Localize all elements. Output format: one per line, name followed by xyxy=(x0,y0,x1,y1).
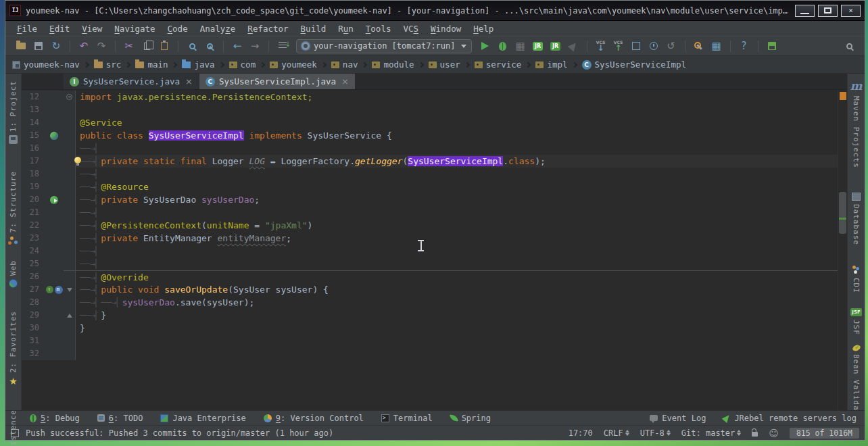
code-line[interactable]: 26──→▏@Override xyxy=(22,270,838,283)
menu-tools[interactable]: Tools xyxy=(360,22,397,35)
code-token[interactable]: private static final xyxy=(101,156,212,166)
highlighting-level-icon[interactable]: ☺ xyxy=(769,428,779,439)
line-number[interactable]: 32 xyxy=(22,347,45,360)
line-number[interactable]: 19 xyxy=(22,180,45,193)
vcs-update-icon[interactable]: VCS↓ xyxy=(593,38,609,54)
code-line[interactable]: 22──→▏@PersistenceContext(unitName = "jp… xyxy=(22,219,838,232)
code-token[interactable]: sysUserDao xyxy=(201,195,254,205)
code-line[interactable]: 28──→▏──→▏sysUserDao.save(sysUser); xyxy=(22,296,838,309)
code-token[interactable]: @Resource xyxy=(101,182,148,192)
code-text[interactable]: @Service xyxy=(76,116,838,129)
synchronize-icon[interactable]: ↻ xyxy=(48,38,64,54)
code-text[interactable]: ──→▏@Override xyxy=(76,270,838,283)
breadcrumb-item-main[interactable]: main xyxy=(135,59,168,70)
breadcrumb-item-user[interactable]: user xyxy=(429,59,460,70)
editor-scrollbar-thumb[interactable] xyxy=(839,192,846,234)
code-token[interactable]: public class xyxy=(80,130,149,141)
code-token[interactable]: = LoggerFactory. xyxy=(265,156,355,166)
tab-close-icon[interactable]: × xyxy=(185,76,193,86)
fold-gutter[interactable] xyxy=(64,245,76,257)
breadcrumb-item-nav[interactable]: nav xyxy=(331,59,358,70)
line-number[interactable]: 25 xyxy=(22,257,45,270)
undo-icon[interactable]: ↶ xyxy=(76,38,92,54)
code-token[interactable]: "jpaXml" xyxy=(265,220,308,230)
code-text[interactable] xyxy=(76,347,838,360)
menu-view[interactable]: View xyxy=(76,22,108,35)
fold-up-icon[interactable] xyxy=(67,314,72,318)
code-token[interactable]: @Override xyxy=(101,272,148,282)
local-history-icon-button[interactable] xyxy=(646,38,662,54)
code-line[interactable]: 25──→▏ xyxy=(22,257,838,270)
forward-icon[interactable]: → xyxy=(247,38,263,54)
code-token[interactable]: (SysUser sysUser) { xyxy=(228,284,329,295)
run-configuration-selector[interactable]: your-navigation [tomcat7:run] xyxy=(296,39,472,53)
breadcrumb-item-src[interactable]: src xyxy=(94,59,122,70)
editor-tab-SysUserServiceImpl.java[interactable]: CSysUserServiceImpl.java× xyxy=(199,74,355,89)
tool-window-button-database[interactable]: Database xyxy=(852,193,861,245)
code-line[interactable]: 24──→▏ xyxy=(22,245,838,257)
menu-run[interactable]: Run xyxy=(332,22,360,35)
code-text[interactable]: ──→▏} xyxy=(76,309,838,322)
memory-indicator[interactable]: 815 of 1016M xyxy=(790,428,859,439)
fold-gutter[interactable] xyxy=(64,219,76,232)
code-text[interactable]: ──→▏@Resource xyxy=(76,180,838,193)
line-number[interactable]: 21 xyxy=(22,206,45,219)
rollback-icon[interactable]: ↺ xyxy=(663,38,679,54)
tool-window-button-9-version-control[interactable]: 9: Version Control xyxy=(264,414,364,423)
tab-whitespace[interactable]: ──→▏ xyxy=(80,220,101,230)
menu-file[interactable]: File xyxy=(11,22,43,35)
line-number[interactable]: 15 xyxy=(22,129,45,142)
code-token[interactable]: getLogger xyxy=(355,156,402,166)
code-token[interactable]: import xyxy=(80,92,112,102)
code-token[interactable]: = xyxy=(249,220,264,230)
code-text[interactable]: ──→▏ xyxy=(76,245,838,257)
editor[interactable]: 12import javax.persistence.PersistenceCo… xyxy=(22,90,847,410)
find-icon-button[interactable] xyxy=(184,38,200,54)
run-icon-button[interactable] xyxy=(477,38,493,54)
code-text[interactable]: ──→▏private EntityManager entityManager; xyxy=(76,232,838,245)
menu-build[interactable]: Build xyxy=(295,22,333,35)
vcs-commit-icon[interactable]: VCS↑ xyxy=(610,38,627,54)
tab-whitespace[interactable]: ──→▏ xyxy=(80,272,101,282)
fold-gutter[interactable] xyxy=(64,334,76,347)
code-token[interactable]: ; xyxy=(254,195,260,205)
tab-whitespace[interactable]: ──→▏ xyxy=(80,169,101,179)
tab-whitespace[interactable]: ──→▏ xyxy=(80,310,101,320)
menu-analyze[interactable]: Analyze xyxy=(194,22,242,35)
fold-gutter[interactable] xyxy=(64,206,76,219)
code-token[interactable]: .save(sysUser); xyxy=(175,297,254,307)
menu-help[interactable]: Help xyxy=(467,22,500,35)
overriding-method-icon[interactable] xyxy=(46,286,53,293)
help-icon[interactable]: ? xyxy=(736,38,752,54)
code-line[interactable]: 18──→▏ xyxy=(22,168,838,180)
coverage-icon[interactable]: ▦ xyxy=(512,38,529,54)
copy-icon-button[interactable] xyxy=(139,38,155,54)
debug-toolbar-icon-button[interactable] xyxy=(495,38,511,54)
fold-gutter[interactable] xyxy=(64,296,76,309)
project-structure-icon[interactable]: ▦ xyxy=(708,38,725,54)
fold-gutter[interactable] xyxy=(64,322,76,334)
code-line[interactable]: 21──→▏ xyxy=(22,206,838,219)
tab-whitespace[interactable]: ──→▏ xyxy=(80,207,101,218)
fold-gutter[interactable] xyxy=(64,309,76,322)
tool-window-button-jsf[interactable]: JSFJSF xyxy=(850,308,861,335)
breadcrumb-item-service[interactable]: service xyxy=(475,59,522,70)
breadcrumb-item-java[interactable]: java xyxy=(182,59,214,70)
code-token[interactable]: private xyxy=(101,233,143,243)
breadcrumb-item-com[interactable]: com xyxy=(229,59,256,70)
code-token[interactable]: public void xyxy=(101,284,164,295)
line-number[interactable]: 16 xyxy=(22,142,45,155)
code-line[interactable]: 14@Service xyxy=(22,116,838,129)
fold-gutter[interactable] xyxy=(64,129,76,142)
tool-window-button-spring[interactable]: Spring xyxy=(450,414,491,423)
code-text[interactable]: } xyxy=(76,322,838,334)
fold-gutter[interactable] xyxy=(64,257,76,270)
minimize-button[interactable] xyxy=(795,5,815,17)
title-bar[interactable]: IJ youmeek-nav - [C:\Users\zhangchaohuan… xyxy=(5,1,865,21)
code-token[interactable] xyxy=(112,92,117,102)
fold-gutter[interactable] xyxy=(64,142,76,155)
save-all-icon-button[interactable] xyxy=(30,38,47,54)
fold-gutter[interactable] xyxy=(64,193,76,206)
tab-whitespace[interactable]: ──→▏ xyxy=(80,259,101,269)
code-line[interactable]: 20──→▏private SysUserDao sysUserDao; xyxy=(22,193,838,206)
